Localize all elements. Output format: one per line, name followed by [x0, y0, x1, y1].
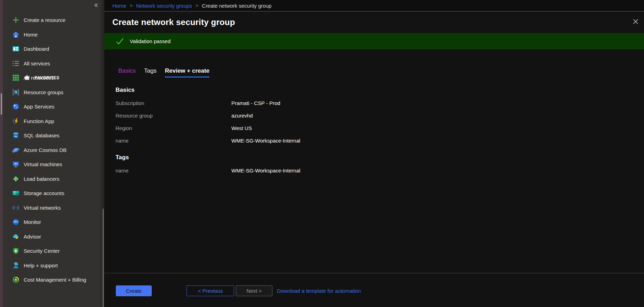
sidebar-item-monitor[interactable]: Monitor	[3, 215, 104, 229]
sidebar-item-security-center[interactable]: Security Center	[3, 244, 104, 258]
svg-text:SQL: SQL	[14, 136, 18, 138]
sidebar-item-label: Virtual networks	[24, 205, 61, 211]
panel-title-bar: Create network security group	[104, 11, 644, 33]
create-button[interactable]: Create	[116, 285, 152, 296]
sidebar-item-resource-groups[interactable]: Resource groups	[3, 85, 104, 100]
advisor-icon	[11, 233, 20, 240]
sidebar-item-label: App Services	[24, 104, 54, 110]
sidebar-collapse-button[interactable]	[92, 2, 100, 9]
section-rows: SubscriptionPramati - CSP - ProdResource…	[116, 97, 300, 147]
gauge-icon	[11, 218, 20, 226]
azure-portal: Create a resourceHomeDashboardAll servic…	[0, 0, 644, 307]
page-title: Create network security group	[112, 17, 235, 27]
sidebar-item-label: Dashboard	[24, 46, 49, 52]
sidebar: Create a resourceHomeDashboardAll servic…	[3, 0, 104, 307]
sidebar-item-label: FAVORITES	[35, 75, 59, 80]
breadcrumb-create-network-security-group: Create network security group	[202, 3, 271, 9]
planet-icon	[11, 146, 20, 154]
sidebar-item-virtual-machines[interactable]: Virtual machines	[3, 157, 104, 172]
validation-banner-text: Validation passed	[130, 38, 170, 44]
sidebar-item-label: Advisor	[24, 234, 41, 240]
field-label: Resource group	[116, 113, 231, 119]
section-heading-tags: Tags	[116, 154, 300, 161]
sidebar-item-label: Azure Cosmos DB	[24, 147, 66, 153]
globe-icon	[11, 103, 20, 111]
sidebar-item-function-app[interactable]: Function App	[3, 114, 104, 129]
cube-brackets-icon	[11, 88, 20, 96]
double-chevron-left-icon	[93, 4, 99, 9]
review-create-content: BasicsTagsReview + create Basics Subscri…	[104, 49, 644, 273]
sidebar-item-home[interactable]: Home	[3, 27, 104, 42]
load-balancer-icon	[11, 175, 20, 183]
storage-icon	[11, 189, 20, 197]
previous-button[interactable]: < Previous	[186, 285, 234, 296]
dashboard-icon	[11, 45, 20, 53]
sidebar-nav: Create a resourceHomeDashboardAll servic…	[3, 13, 104, 287]
vm-monitor-icon	[11, 161, 20, 168]
sidebar-item-help-support[interactable]: Help + support	[3, 258, 104, 273]
sidebar-item-label: Home	[24, 32, 38, 38]
support-icon	[11, 261, 20, 269]
sidebar-item-label: Cost Management + Billing	[24, 277, 86, 283]
field-value: West US	[231, 125, 300, 131]
close-icon	[632, 21, 639, 26]
sidebar-item-load-balancers[interactable]: Load balancers	[3, 172, 104, 186]
section-rows: nameWME-SG-Workspace-Internal	[116, 164, 300, 177]
next-button[interactable]: Next >	[236, 285, 272, 296]
tab-review-create[interactable]: Review + create	[165, 67, 209, 74]
field-value: WME-SG-Workspace-Internal	[231, 138, 300, 144]
field-label: name	[116, 138, 231, 144]
sidebar-item-create-a-resource[interactable]: Create a resource	[3, 13, 104, 27]
breadcrumb-separator: >	[130, 3, 133, 8]
sidebar-item-cost-management-billing[interactable]: $Cost Management + Billing	[3, 273, 104, 287]
footer-bar: Create < Previous Next > Download a temp…	[104, 273, 644, 307]
star-icon	[23, 74, 31, 82]
section-tags: Tags nameWME-SG-Workspace-Internal	[116, 154, 300, 177]
breadcrumb-network-security-groups[interactable]: Network security groups	[136, 3, 192, 9]
field-value: WME-SG-Workspace-Internal	[231, 168, 300, 173]
section-heading-basics: Basics	[116, 87, 300, 94]
create-nsg-panel: Home>Network security groups>Create netw…	[104, 0, 644, 307]
sidebar-item-label: Help + support	[24, 262, 58, 268]
tab-basics[interactable]: Basics	[118, 67, 136, 74]
breadcrumb-separator: >	[196, 3, 198, 8]
sidebar-item-advisor[interactable]: Advisor	[3, 229, 104, 244]
field-value: azurevhd	[231, 113, 300, 119]
sidebar-item-label: Storage accounts	[24, 190, 64, 196]
breadcrumb-home[interactable]: Home	[112, 3, 126, 9]
breadcrumb: Home>Network security groups>Create netw…	[104, 0, 644, 11]
section-basics: Basics SubscriptionPramati - CSP - ProdR…	[116, 87, 300, 147]
sidebar-item-favorites: FAVORITES	[14, 71, 59, 85]
svg-text:$: $	[15, 278, 16, 281]
sidebar-item-storage-accounts[interactable]: Storage accounts	[3, 186, 104, 201]
sidebar-item-label: Create a resource	[24, 17, 65, 23]
sidebar-item-label: Monitor	[24, 219, 41, 225]
sidebar-item-virtual-networks[interactable]: Virtual networks	[3, 201, 104, 215]
field-label: name	[116, 168, 231, 173]
cost-icon: $	[11, 276, 20, 284]
field-label: Subscription	[116, 100, 231, 106]
sidebar-item-sql-databases[interactable]: SQLSQL databases	[3, 128, 104, 143]
download-template-link[interactable]: Download a template for automation	[277, 285, 361, 296]
sidebar-item-app-services[interactable]: App Services	[3, 99, 104, 114]
sidebar-item-label: Load balancers	[24, 176, 59, 182]
left-scroll-indicator[interactable]	[1, 93, 2, 115]
tabs: BasicsTagsReview + create	[118, 67, 209, 74]
sidebar-item-label: Function App	[24, 118, 54, 124]
sidebar-item-label: SQL databases	[24, 132, 59, 138]
network-icon	[11, 204, 20, 211]
sidebar-scrollbar[interactable]	[103, 209, 104, 307]
field-label: Region	[116, 125, 231, 131]
lightning-icon	[11, 117, 20, 125]
sidebar-item-azure-cosmos-db[interactable]: Azure Cosmos DB	[3, 143, 104, 157]
close-button[interactable]	[631, 17, 640, 26]
home-icon	[11, 31, 20, 38]
sidebar-item-label: Virtual machines	[24, 161, 62, 167]
sidebar-item-label: Resource groups	[24, 89, 63, 95]
sidebar-item-all-services[interactable]: All services	[3, 56, 104, 71]
validation-banner: Validation passed	[104, 33, 644, 49]
tab-tags[interactable]: Tags	[144, 67, 157, 74]
plus-icon	[11, 16, 20, 24]
sidebar-item-label: Security Center	[24, 248, 59, 254]
sidebar-item-dashboard[interactable]: Dashboard	[3, 42, 104, 56]
